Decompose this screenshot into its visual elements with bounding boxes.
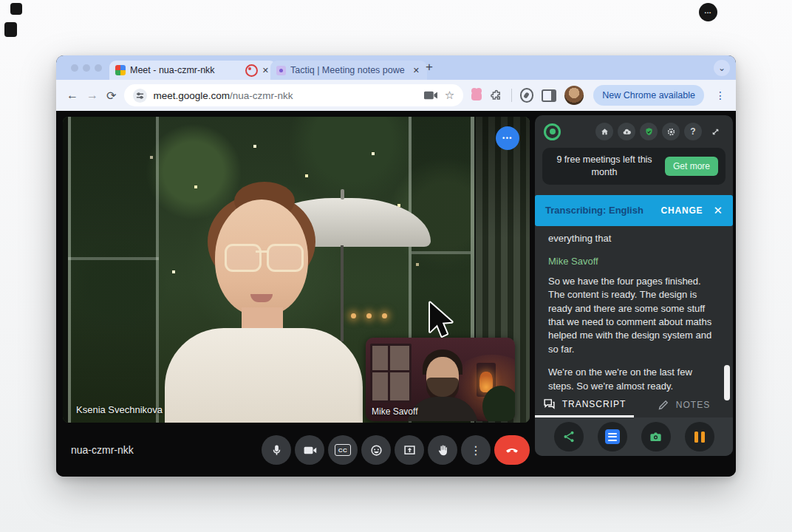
toolbar-divider — [511, 89, 512, 102]
chrome-update-button[interactable]: New Chrome available — [593, 85, 704, 106]
transcript-text: everything that — [548, 232, 720, 245]
transcript-list[interactable]: everything that Mike Savoff So we have t… — [535, 226, 733, 398]
transcribing-label: Transcribing: English — [545, 205, 661, 216]
extension-lens-icon[interactable] — [520, 88, 534, 103]
expand-panel-button[interactable] — [706, 123, 724, 140]
tactiq-logo-icon — [544, 123, 561, 140]
browser-window: Meet - nua-czmr-nkk ✕ Tactiq | Meeting n… — [56, 55, 736, 477]
pip-participant-name: Mike Savoff — [372, 406, 417, 417]
bookmark-star-icon[interactable]: ☆ — [445, 89, 454, 102]
tab-transcript-label: TRANSCRIPT — [562, 399, 627, 409]
window-zoom-button[interactable] — [95, 64, 102, 72]
tactiq-tab-bar: TRANSCRIPT NOTES — [535, 392, 733, 417]
pip-participant-video[interactable]: Mike Savoff — [366, 338, 515, 421]
video-candles — [351, 313, 387, 318]
pause-icon — [694, 432, 705, 443]
url-path: /nua-czmr-nkk — [230, 90, 293, 101]
browser-menu-kebab-icon[interactable]: ⋮ — [715, 89, 726, 101]
tab-strip: Meet - nua-czmr-nkk ✕ Tactiq | Meeting n… — [56, 55, 736, 80]
google-docs-button[interactable] — [598, 422, 627, 451]
chat-bubble-widget[interactable]: ••• — [699, 3, 717, 21]
video-door-left — [63, 117, 165, 423]
meeting-code: nua-czmr-nkk — [71, 444, 134, 456]
camera-button[interactable] — [295, 435, 324, 465]
quota-text: 9 free meetings left this month — [550, 154, 659, 179]
privacy-shield-button[interactable] — [640, 123, 658, 140]
screenshot-camera-button[interactable] — [641, 422, 671, 451]
settings-gear-button[interactable] — [662, 123, 680, 140]
help-button[interactable]: ? — [684, 123, 702, 140]
forward-button[interactable]: → — [86, 89, 98, 102]
reactions-button[interactable] — [361, 435, 391, 465]
captions-button[interactable]: CC — [328, 435, 358, 465]
pencil-icon — [657, 399, 669, 412]
address-bar[interactable]: meet.google.com/nua-czmr-nkk ☆ — [124, 84, 463, 106]
extensions-puzzle-icon[interactable] — [490, 89, 503, 103]
tab-title: Tactiq | Meeting notes powe — [290, 65, 407, 75]
pip-plant — [482, 386, 515, 421]
pip-window — [370, 344, 412, 403]
reload-button[interactable]: ⟳ — [106, 89, 116, 103]
tactiq-floating-widget[interactable]: ••• — [496, 126, 519, 150]
home-button[interactable] — [595, 123, 613, 140]
profile-avatar[interactable] — [564, 86, 584, 105]
extension-pink-icon[interactable] — [471, 91, 482, 100]
get-more-button[interactable]: Get more — [665, 157, 718, 176]
tab-tactiq[interactable]: Tactiq | Meeting notes powe ✕ — [270, 61, 427, 80]
close-banner-icon[interactable]: ✕ — [713, 204, 723, 217]
site-info-icon[interactable] — [133, 89, 147, 103]
transcribing-banner: Transcribing: English CHANGE ✕ — [535, 195, 733, 226]
tactiq-action-bar — [535, 417, 733, 456]
meet-favicon-icon — [115, 65, 126, 75]
cc-icon: CC — [335, 444, 351, 456]
tab-notes-label: NOTES — [676, 400, 710, 410]
main-participant-name: Ksenia Svechnikova — [76, 404, 163, 415]
side-panel-icon[interactable] — [542, 89, 556, 102]
end-call-button[interactable] — [494, 435, 530, 465]
tab-notes[interactable]: NOTES — [634, 392, 733, 417]
recording-indicator-icon — [245, 64, 258, 77]
transcript-text: We're on the we're on the last few steps… — [548, 366, 720, 393]
tab-transcript[interactable]: TRANSCRIPT — [535, 392, 634, 417]
mic-button[interactable] — [262, 435, 291, 465]
change-language-button[interactable]: CHANGE — [661, 205, 703, 216]
window-minimize-button[interactable] — [83, 64, 90, 72]
pause-recording-button[interactable] — [685, 422, 714, 451]
present-button[interactable] — [395, 435, 424, 465]
tab-meet[interactable]: Meet - nua-czmr-nkk ✕ — [109, 61, 276, 80]
new-tab-button[interactable]: + — [426, 60, 433, 75]
transcript-text: So we have the four pages finished. The … — [548, 275, 720, 357]
quota-banner: 9 free meetings left this month Get more — [542, 148, 726, 185]
chrome-update-label: New Chrome available — [602, 90, 695, 100]
participant-glasses — [225, 244, 304, 272]
docs-icon — [605, 429, 620, 444]
main-participant-video: Ksenia Svechnikova ••• Mike Savoff — [63, 117, 530, 423]
tactiq-favicon-icon — [276, 66, 286, 75]
more-options-button[interactable]: ⋮ — [461, 435, 491, 465]
close-tab-icon[interactable]: ✕ — [261, 66, 270, 75]
close-tab-icon[interactable]: ✕ — [412, 66, 421, 75]
tactiq-sidebar: ? 9 free meetings left this month Get mo… — [535, 115, 733, 456]
participant-body — [165, 328, 363, 423]
transcript-speaker: Mike Savoff — [548, 255, 720, 268]
chat-icon — [543, 398, 556, 410]
kebab-icon: ⋮ — [470, 443, 482, 457]
url-text: meet.google.com/nua-czmr-nkk — [153, 90, 293, 101]
browser-toolbar: ← → ⟳ meet.google.com/nua-czmr-nkk ☆ New… — [56, 80, 736, 111]
url-host: meet.google.com — [153, 90, 230, 101]
tab-title: Meet - nua-czmr-nkk — [130, 65, 238, 75]
tab-search-chevron-icon[interactable]: ⌄ — [714, 60, 730, 76]
cloud-upload-button[interactable] — [618, 123, 635, 140]
camera-allowed-icon[interactable] — [424, 90, 437, 100]
share-button[interactable] — [554, 422, 584, 451]
back-button[interactable]: ← — [66, 89, 78, 102]
background-mark — [4, 22, 17, 37]
meet-control-bar: nua-czmr-nkk CC — [56, 423, 535, 477]
tactiq-header: ? — [535, 115, 733, 145]
background-mark — [10, 3, 22, 15]
meet-page: Ksenia Svechnikova ••• Mike Savoff nua-c… — [56, 111, 736, 477]
raise-hand-button[interactable] — [428, 435, 457, 465]
window-close-button[interactable] — [71, 64, 78, 72]
mouse-cursor — [425, 300, 456, 341]
